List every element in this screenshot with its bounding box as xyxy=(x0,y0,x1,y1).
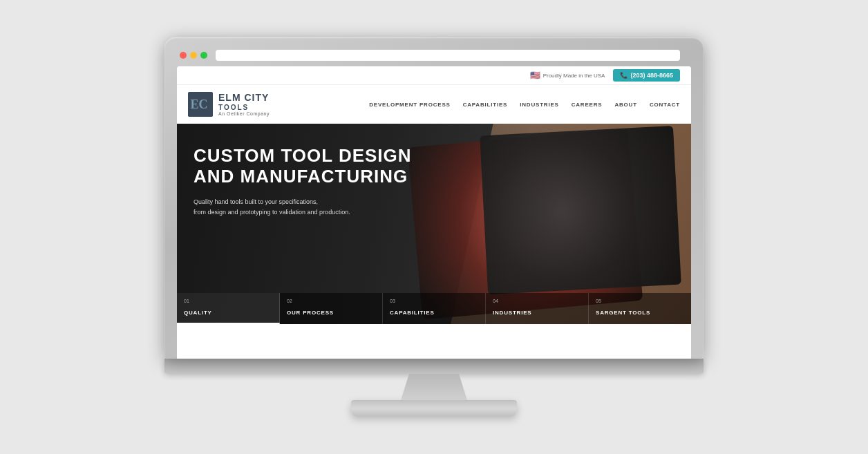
hero-title-line1: CUSTOM TOOL DESIGN xyxy=(194,145,412,166)
site-header: 🇺🇸 Proudly Made in the USA 📞 (203) 488-8… xyxy=(177,66,691,124)
nav-capabilities[interactable]: CAPABILITIES xyxy=(463,102,508,108)
phone-icon: 📞 xyxy=(620,72,628,79)
nav-careers[interactable]: CAREERS xyxy=(572,102,603,108)
below-hero-section xyxy=(177,324,691,359)
tab-label-3: CAPABILITIES xyxy=(390,310,435,316)
monitor-bottom xyxy=(164,359,704,374)
nav-contact[interactable]: CONTACT xyxy=(650,102,680,108)
hero-content: CUSTOM TOOL DESIGN AND MANUFACTURING Qua… xyxy=(177,124,460,231)
logo-text: ELM CITY TOOLS An Oetiker Company xyxy=(218,93,270,115)
hero-tab-sargent-tools[interactable]: 05 SARGENT TOOLS xyxy=(589,293,691,324)
hero-desc-line2: from design and prototyping to validatio… xyxy=(194,209,350,216)
phone-number: (203) 488-8665 xyxy=(630,72,673,79)
logo-svg: EC xyxy=(188,92,213,117)
brand-name: ELM CITY xyxy=(218,93,270,103)
hero-title-line2: AND MANUFACTURING xyxy=(194,166,408,187)
screen-content: 🇺🇸 Proudly Made in the USA 📞 (203) 488-8… xyxy=(177,66,691,359)
tab-label-2: OUR PROCESS xyxy=(287,310,334,316)
header-main: EC ELM CITY TOOLS An Oetiker Company DEV… xyxy=(177,85,691,124)
traffic-lights xyxy=(180,52,207,59)
tab-num-4: 04 xyxy=(493,299,581,303)
maximize-button[interactable] xyxy=(200,52,207,59)
usa-flag-icon: 🇺🇸 xyxy=(530,70,540,80)
nav-industries[interactable]: INDUSTRIES xyxy=(520,102,558,108)
monitor-neck xyxy=(393,374,475,400)
header-topbar: 🇺🇸 Proudly Made in the USA 📞 (203) 488-8… xyxy=(177,66,691,85)
hero-tabs: 01 QUALITY 02 OUR PROCESS 03 CAPABILITIE… xyxy=(177,293,691,324)
hero-desc-line1: Quality hand tools built to your specifi… xyxy=(194,198,318,205)
hero-tab-our-process[interactable]: 02 OUR PROCESS xyxy=(280,293,383,324)
main-nav: DEVELOPMENT PROCESS CAPABILITIES INDUSTR… xyxy=(369,102,680,108)
monitor-bezel: 🇺🇸 Proudly Made in the USA 📞 (203) 488-8… xyxy=(164,37,704,359)
hero-title: CUSTOM TOOL DESIGN AND MANUFACTURING xyxy=(194,146,443,187)
brand-sub2: An Oetiker Company xyxy=(218,111,270,116)
monitor: 🇺🇸 Proudly Made in the USA 📞 (203) 488-8… xyxy=(164,37,704,417)
tab-num-2: 02 xyxy=(287,299,375,303)
tab-label-1: QUALITY xyxy=(184,310,212,316)
tab-label-4: INDUSTRIES xyxy=(493,310,531,316)
hero-tab-quality[interactable]: 01 QUALITY xyxy=(177,293,280,324)
hero-tab-industries[interactable]: 04 INDUSTRIES xyxy=(486,293,589,324)
hero-tab-capabilities[interactable]: 03 CAPABILITIES xyxy=(383,293,486,324)
tab-label-5: SARGENT TOOLS xyxy=(596,310,650,316)
tab-num-3: 03 xyxy=(390,299,478,303)
nav-about[interactable]: ABOUT xyxy=(614,102,636,108)
minimize-button[interactable] xyxy=(190,52,197,59)
close-button[interactable] xyxy=(180,52,187,59)
hero-section: CUSTOM TOOL DESIGN AND MANUFACTURING Qua… xyxy=(177,124,691,324)
brand-sub1: TOOLS xyxy=(218,104,270,111)
hero-description: Quality hand tools built to your specifi… xyxy=(194,197,387,218)
tab-num-5: 05 xyxy=(596,299,684,303)
tab-num-1: 01 xyxy=(184,299,272,303)
logo-area[interactable]: EC ELM CITY TOOLS An Oetiker Company xyxy=(188,92,270,117)
made-in-usa-badge: 🇺🇸 Proudly Made in the USA xyxy=(530,70,605,80)
address-bar[interactable] xyxy=(216,50,680,61)
browser-chrome xyxy=(177,50,691,61)
monitor-foot xyxy=(351,400,517,417)
phone-button[interactable]: 📞 (203) 488-8665 xyxy=(613,69,680,82)
nav-development-process[interactable]: DEVELOPMENT PROCESS xyxy=(369,102,450,108)
svg-text:EC: EC xyxy=(191,97,208,111)
made-in-usa-text: Proudly Made in the USA xyxy=(543,73,605,79)
